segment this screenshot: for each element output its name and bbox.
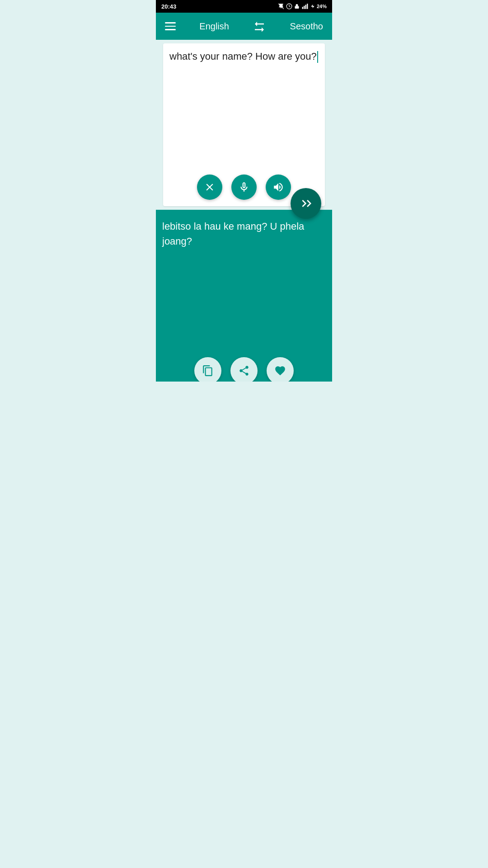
input-panel: what's your name? How are you? (163, 43, 325, 206)
status-bar: 20:43 24% (156, 0, 332, 13)
svg-rect-3 (302, 7, 303, 9)
output-panel: lebitso la hau ke mang? U phela joang? (156, 210, 332, 382)
battery-text: 24% (317, 4, 327, 9)
status-icons: 24% (278, 3, 327, 9)
input-text-area[interactable]: what's your name? How are you? (169, 50, 319, 140)
copy-button[interactable] (194, 357, 221, 382)
speak-input-button[interactable] (266, 175, 291, 200)
svg-rect-4 (304, 6, 305, 9)
svg-rect-6 (307, 4, 308, 9)
favorite-button[interactable] (267, 357, 294, 382)
output-text: lebitso la hau ke mang? U phela joang? (162, 219, 326, 249)
input-panel-wrapper: what's your name? How are you? (160, 43, 328, 206)
time: 20:43 (161, 3, 176, 10)
svg-rect-2 (295, 6, 299, 9)
toolbar: English Sesotho (156, 13, 332, 40)
microphone-button[interactable] (231, 175, 257, 200)
svg-rect-5 (305, 5, 306, 9)
text-cursor (317, 51, 318, 63)
menu-button[interactable] (165, 22, 176, 30)
svg-marker-7 (311, 5, 314, 8)
output-action-buttons (156, 357, 332, 382)
source-language-button[interactable]: English (199, 21, 229, 32)
share-button[interactable] (230, 357, 258, 382)
swap-languages-button[interactable] (253, 19, 266, 33)
translate-button[interactable] (291, 188, 321, 219)
clear-button[interactable] (197, 175, 222, 200)
target-language-button[interactable]: Sesotho (290, 21, 323, 32)
input-text: what's your name? How are you? (169, 51, 317, 62)
